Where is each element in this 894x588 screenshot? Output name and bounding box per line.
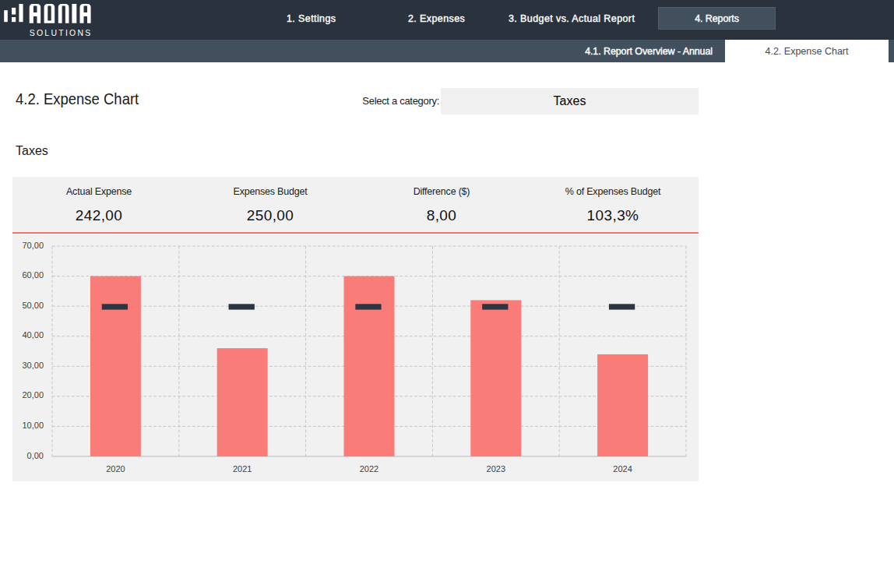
- svg-text:70,00: 70,00: [22, 241, 44, 250]
- svg-text:2023: 2023: [487, 464, 505, 474]
- svg-text:50,00: 50,00: [22, 301, 44, 310]
- svg-text:0,00: 0,00: [27, 451, 44, 460]
- svg-text:2022: 2022: [360, 464, 378, 474]
- svg-text:40,00: 40,00: [22, 330, 44, 340]
- svg-text:2020: 2020: [106, 464, 125, 474]
- svg-text:2021: 2021: [233, 464, 252, 474]
- svg-text:2024: 2024: [613, 464, 632, 474]
- svg-text:10,00: 10,00: [22, 421, 44, 430]
- svg-text:SOLUTIONS: SOLUTIONS: [30, 28, 93, 37]
- svg-text:60,00: 60,00: [22, 270, 44, 280]
- svg-text:20,00: 20,00: [22, 390, 44, 400]
- svg-text:30,00: 30,00: [22, 361, 44, 370]
